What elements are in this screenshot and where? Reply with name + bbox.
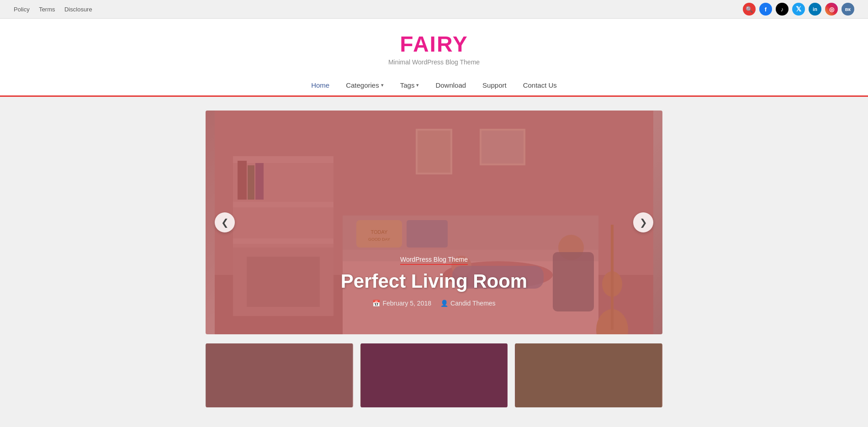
policy-link[interactable]: Policy	[14, 6, 30, 13]
hero-image: TODAY GOOD DAY ❮ WordPress Blog Theme Pe…	[206, 111, 662, 334]
hero-title: Perfect Living Room	[206, 270, 662, 292]
author-icon: 👤	[440, 300, 448, 307]
linkedin-icon[interactable]: in	[809, 3, 821, 16]
site-tagline: Minimal WordPress Blog Theme	[9, 58, 859, 66]
hero-category: WordPress Blog Theme	[400, 256, 468, 265]
nav-categories[interactable]: Categories ▾	[346, 81, 384, 89]
twitter-icon[interactable]: 𝕏	[792, 3, 805, 16]
nav-categories-label: Categories	[346, 81, 379, 89]
nav-contact[interactable]: Contact Us	[523, 81, 557, 89]
card-thumb-2[interactable]	[360, 343, 508, 407]
slider-next-button[interactable]: ❯	[633, 212, 653, 232]
slider-prev-button[interactable]: ❮	[215, 212, 235, 232]
cards-row	[206, 343, 662, 412]
facebook-icon[interactable]: f	[759, 3, 772, 16]
instagram-icon[interactable]: ◎	[825, 3, 838, 16]
card-3-svg	[515, 343, 662, 407]
hero-author: 👤 Candid Themes	[440, 300, 496, 307]
svg-rect-36	[516, 343, 662, 407]
site-header: FAIRY Minimal WordPress Blog Theme	[0, 19, 868, 75]
card-2-svg	[360, 343, 508, 407]
terms-link[interactable]: Terms	[39, 6, 55, 13]
nav-download[interactable]: Download	[435, 81, 466, 89]
svg-rect-34	[361, 343, 507, 407]
main-nav: Home Categories ▾ Tags ▾ Download Suppor…	[0, 75, 868, 97]
nav-support[interactable]: Support	[482, 81, 507, 89]
tags-arrow-icon: ▾	[416, 82, 419, 88]
site-title: FAIRY	[9, 32, 859, 57]
svg-rect-32	[206, 343, 352, 407]
top-bar-icons: 🔍 f ♪ 𝕏 in ◎ вк	[743, 3, 854, 16]
nav-tags-label: Tags	[400, 81, 415, 89]
nav-tags[interactable]: Tags ▾	[400, 81, 419, 89]
hero-content: WordPress Blog Theme Perfect Living Room…	[206, 255, 662, 307]
vk-icon[interactable]: вк	[842, 3, 854, 16]
hero-meta: 📅 February 5, 2018 👤 Candid Themes	[206, 300, 662, 307]
disclosure-link[interactable]: Disclosure	[64, 6, 92, 13]
card-1-svg	[206, 343, 353, 407]
top-bar-links: Policy Terms Disclosure	[14, 5, 100, 13]
calendar-icon: 📅	[372, 300, 380, 307]
categories-arrow-icon: ▾	[381, 82, 384, 88]
search-icon[interactable]: 🔍	[743, 3, 756, 16]
hero-date: 📅 February 5, 2018	[372, 300, 431, 307]
hero-slider: TODAY GOOD DAY ❮ WordPress Blog Theme Pe…	[206, 111, 662, 334]
card-thumb-3[interactable]	[515, 343, 662, 407]
card-thumb-1[interactable]	[206, 343, 353, 407]
top-bar: Policy Terms Disclosure 🔍 f ♪ 𝕏 in ◎ вк	[0, 0, 868, 19]
nav-home[interactable]: Home	[311, 81, 329, 89]
tiktok-icon[interactable]: ♪	[776, 3, 789, 16]
